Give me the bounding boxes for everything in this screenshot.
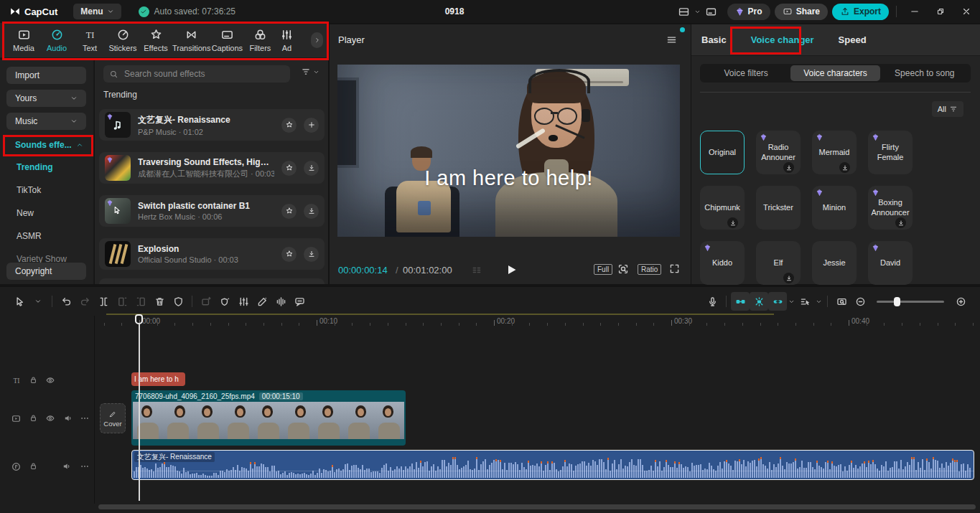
zoom-in-button[interactable]	[951, 292, 970, 311]
caption-overlay[interactable]: I am here to help!	[337, 166, 680, 190]
fullscreen-icon[interactable]	[668, 263, 681, 275]
close-button[interactable]	[956, 3, 977, 20]
visibility-icon[interactable]	[45, 375, 55, 385]
voice-character-original[interactable]: Original	[700, 131, 745, 174]
tool-dropdown-button[interactable]	[29, 292, 47, 311]
restore-button[interactable]	[930, 3, 951, 20]
sidebar-item-tiktok[interactable]: TikTok	[17, 185, 41, 195]
player-menu-icon[interactable]	[666, 34, 678, 46]
layout-chevron-icon[interactable]	[694, 9, 701, 15]
caption-extract-button[interactable]	[290, 292, 309, 311]
yours-section-button[interactable]: Yours	[6, 90, 86, 107]
subtab-voice-filters[interactable]: Voice filters	[701, 65, 790, 81]
export-button[interactable]: Export	[832, 4, 889, 20]
preview-zoom-icon[interactable]	[617, 263, 630, 276]
download-button[interactable]	[304, 204, 319, 219]
split-left-button[interactable]	[113, 292, 131, 311]
favorite-button[interactable]	[281, 118, 297, 133]
panel-toggle-icon[interactable]	[705, 6, 717, 18]
ratio-button[interactable]: Ratio	[638, 264, 661, 275]
lock-icon[interactable]	[29, 461, 38, 471]
sidebar-item-asmr[interactable]: ASMR	[17, 231, 42, 241]
sound-item[interactable]: 文艺复兴- RenaissanceP&P Music · 01:02	[99, 109, 325, 141]
linking-button[interactable]	[768, 292, 787, 311]
voice-character-trickster[interactable]: Trickster	[756, 186, 801, 230]
ai-voice-button[interactable]	[253, 292, 271, 311]
search-box[interactable]	[103, 65, 290, 83]
volume-icon[interactable]	[63, 413, 73, 423]
video-clip[interactable]: 7706809-uhd_4096_2160_25fps.mp4 00:00:15…	[131, 390, 406, 446]
menu-button[interactable]: Menu	[73, 4, 121, 19]
audio-clip[interactable]: 文艺复兴- Renaissance	[131, 450, 974, 480]
lock-icon[interactable]	[29, 375, 38, 385]
link-clips-button[interactable]	[731, 292, 750, 311]
voice-character-flirty-female[interactable]: Flirty Female	[868, 131, 913, 174]
sound-item[interactable]: Traversing Sound Effects, High-tech...成都…	[99, 152, 325, 184]
download-button[interactable]	[304, 161, 319, 176]
add-to-timeline-button[interactable]	[304, 118, 319, 133]
pro-button[interactable]: Pro	[727, 4, 770, 20]
horizontal-scrollbar[interactable]	[98, 504, 976, 509]
tab-voice-changer[interactable]: Voice changer	[751, 34, 814, 45]
volume-icon[interactable]	[62, 461, 72, 471]
visibility-icon[interactable]	[45, 413, 55, 423]
sidebar-item-trending[interactable]: Trending	[17, 162, 53, 172]
tab-media[interactable]: Media	[7, 24, 40, 57]
tab-filters[interactable]: Filters	[243, 24, 276, 57]
tab-stickers[interactable]: Stickers	[106, 24, 139, 57]
overlay-insert-button[interactable]	[197, 292, 215, 311]
voice-character-minion[interactable]: Minion	[812, 186, 857, 230]
tab-effects[interactable]: Effects	[139, 24, 172, 57]
layout-toggle-icon[interactable]	[678, 6, 690, 18]
voice-character-chipmunk[interactable]: Chipmunk	[700, 186, 745, 230]
smart-mask-button[interactable]	[215, 292, 234, 311]
sound-item[interactable]: ExplosionOfficial Sound Studio · 00:03	[99, 238, 325, 270]
sounds-effects-section-button[interactable]: Sounds effe...	[15, 137, 83, 153]
minimize-button[interactable]	[904, 3, 925, 20]
split-right-button[interactable]	[131, 292, 150, 311]
tabs-overflow-button[interactable]	[311, 32, 323, 48]
tab-speed[interactable]: Speed	[839, 34, 867, 45]
zoom-out-button[interactable]	[851, 292, 869, 311]
voice-character-radio-announer[interactable]: Radio Announer	[756, 131, 801, 174]
subtab-speech-to-song[interactable]: Speech to song	[880, 65, 969, 81]
track-cursor-button[interactable]	[795, 292, 814, 311]
tab-audio[interactable]: Audio	[40, 24, 73, 57]
split-button[interactable]	[94, 292, 113, 311]
chevron-down-icon[interactable]	[787, 292, 795, 311]
voice-character-mermaid[interactable]: Mermaid	[812, 131, 857, 174]
select-tool-button[interactable]	[10, 292, 29, 311]
music-section-button[interactable]: Music	[6, 113, 86, 130]
favorite-button[interactable]	[281, 204, 297, 219]
more-options-icon[interactable]	[80, 461, 90, 471]
more-options-icon[interactable]	[80, 413, 90, 423]
cover-button[interactable]: Cover	[100, 403, 126, 433]
adjust-button[interactable]	[234, 292, 253, 311]
favorite-button[interactable]	[281, 247, 297, 262]
tab-text[interactable]: TIText	[73, 24, 106, 57]
delete-button[interactable]	[150, 292, 169, 311]
playhead-line[interactable]	[139, 323, 140, 501]
zoom-fit-button[interactable]	[832, 292, 851, 311]
play-button[interactable]	[504, 263, 518, 277]
tab-transitions[interactable]: Transitions	[172, 24, 210, 57]
mask-button[interactable]	[169, 292, 187, 311]
tab-basic[interactable]: Basic	[701, 34, 727, 45]
import-button[interactable]: Import	[6, 67, 86, 84]
record-voiceover-button[interactable]	[703, 292, 722, 311]
zoom-slider-knob[interactable]	[894, 297, 900, 306]
redo-button[interactable]	[75, 292, 94, 311]
audio-levels-button[interactable]	[271, 292, 290, 311]
search-input[interactable]	[123, 68, 284, 80]
undo-button[interactable]	[57, 292, 75, 311]
download-button[interactable]	[304, 247, 319, 262]
timeline-ruler[interactable]: 00:0000:1000:2000:3000:40	[94, 316, 980, 327]
zoom-slider[interactable]	[877, 301, 944, 303]
voice-character-elf[interactable]: Elf	[756, 241, 801, 285]
share-button[interactable]: Share	[775, 4, 828, 20]
sound-item[interactable]: Switch plastic container B1Hertz Box Mus…	[99, 195, 325, 227]
full-button[interactable]: Full	[594, 264, 612, 275]
auto-snap-button[interactable]	[750, 292, 768, 311]
voice-character-david[interactable]: David	[868, 241, 913, 285]
voice-filter-all-button[interactable]: All	[932, 101, 963, 117]
